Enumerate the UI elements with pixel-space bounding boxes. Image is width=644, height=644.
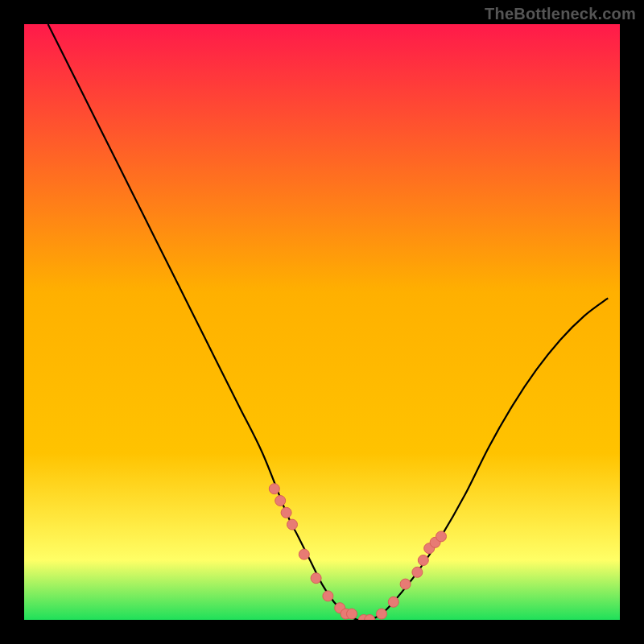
optimal-dot	[400, 579, 411, 589]
optimal-dot	[418, 555, 428, 566]
optimal-dot	[287, 519, 298, 530]
optimal-dot	[275, 496, 286, 506]
optimal-dot	[388, 597, 398, 607]
watermark-text: TheBottleneck.com	[485, 5, 636, 23]
optimal-dot	[299, 549, 309, 559]
optimal-dot	[323, 591, 333, 601]
optimal-dot	[281, 507, 291, 518]
gradient-background	[24, 24, 620, 620]
optimal-dot	[269, 484, 279, 494]
chart-plot-area	[24, 24, 620, 620]
optimal-dot	[347, 609, 357, 619]
optimal-dot	[436, 531, 447, 542]
optimal-dot	[377, 609, 387, 619]
optimal-dot	[311, 573, 321, 584]
optimal-dot	[412, 567, 423, 577]
chart-frame: TheBottleneck.com	[0, 0, 644, 644]
bottleneck-chart	[24, 24, 620, 620]
